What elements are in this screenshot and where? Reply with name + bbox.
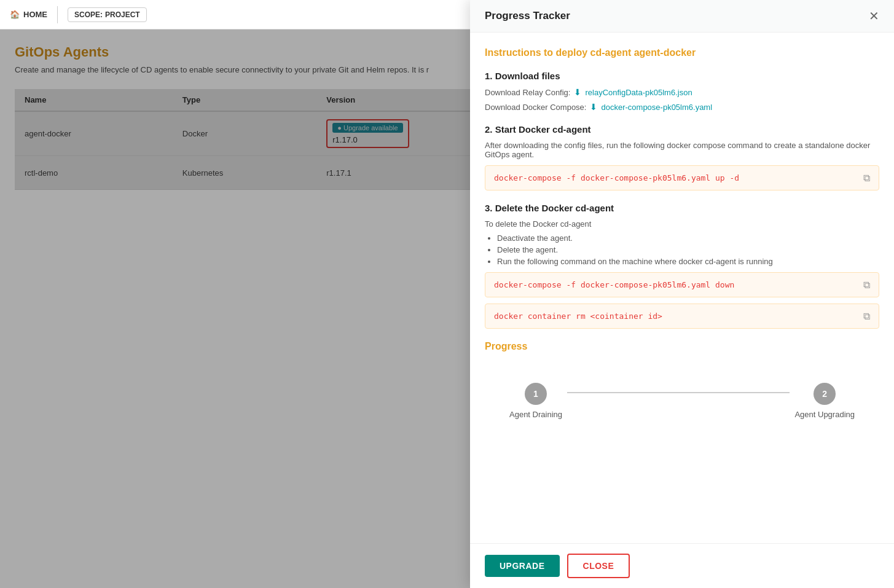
bullet-item: Run the following command on the machine… (497, 257, 879, 266)
step-3-command1-text: docker-compose -f docker-compose-pk05lm6… (494, 280, 734, 289)
step-2-desc: After downloading the config files, run … (485, 141, 879, 159)
bullet-item: Delete the agent. (497, 245, 879, 254)
progress-line (567, 392, 790, 393)
progress-section: Progress 1 Agent Draining 2 Agent Upgrad… (485, 341, 879, 431)
bullet-item: Deactivate the agent. (497, 233, 879, 243)
step-2-command-text: docker-compose -f docker-compose-pk05lm6… (494, 173, 739, 182)
step-circle-1: 1 (525, 383, 547, 405)
step-label-1: Agent Draining (509, 410, 562, 419)
panel-footer: UPGRADE CLOSE (470, 543, 894, 588)
panel-close-button[interactable]: ✕ (869, 10, 879, 22)
download-compose-link[interactable]: docker-compose-pk05lm6.yaml (601, 103, 712, 112)
home-icon: 🏠 (10, 10, 20, 19)
delete-desc: To delete the Docker cd-agent (485, 219, 879, 229)
panel-header: Progress Tracker ✕ (470, 0, 894, 33)
panel-body: Instructions to deploy cd-agent agent-do… (470, 33, 894, 543)
header-divider (57, 6, 58, 23)
step-3-heading: 3. Delete the Docker cd-agent (485, 203, 879, 213)
scope-value: PROJECT (105, 10, 140, 19)
step-circle-2: 2 (814, 383, 836, 405)
home-label: HOME (23, 10, 47, 19)
home-link[interactable]: 🏠 HOME (10, 10, 47, 19)
instructions-title: Instructions to deploy cd-agent agent-do… (485, 47, 879, 58)
progress-title: Progress (485, 341, 879, 352)
progress-steps: 1 Agent Draining 2 Agent Upgrading (485, 370, 879, 431)
side-panel: Progress Tracker ✕ Instructions to deplo… (470, 0, 894, 588)
copy-icon-1[interactable]: ⧉ (863, 172, 870, 184)
step-2-heading: 2. Start Docker cd-agent (485, 124, 879, 135)
download-config-link[interactable]: relayConfigData-pk05lm6.json (585, 88, 692, 97)
copy-icon-3[interactable]: ⧉ (863, 310, 870, 322)
progress-step-1: 1 Agent Draining (509, 383, 562, 419)
upgrade-button[interactable]: UPGRADE (485, 555, 560, 577)
download-config-row: Download Relay Config: ⬇ relayConfigData… (485, 87, 879, 97)
scope-label: SCOPE: (74, 10, 103, 19)
panel-title: Progress Tracker (485, 10, 570, 22)
download-compose-icon: ⬇ (590, 102, 597, 112)
delete-bullet-list: Deactivate the agent. Delete the agent. … (485, 233, 879, 266)
copy-icon-2[interactable]: ⧉ (863, 279, 870, 291)
progress-step-2: 2 Agent Upgrading (794, 383, 855, 419)
download-config-label: Download Relay Config: (485, 88, 570, 97)
scope-badge: SCOPE: PROJECT (68, 7, 147, 22)
step-2: 2. Start Docker cd-agent After downloadi… (485, 124, 879, 190)
download-config-icon: ⬇ (574, 87, 581, 97)
step-3-command1: docker-compose -f docker-compose-pk05lm6… (485, 272, 879, 297)
download-compose-row: Download Docker Compose: ⬇ docker-compos… (485, 102, 879, 112)
step-1-heading: 1. Download files (485, 71, 879, 81)
step-1: 1. Download files Download Relay Config:… (485, 71, 879, 112)
step-3-command2: docker container rm <cointainer id> ⧉ (485, 304, 879, 329)
download-compose-label: Download Docker Compose: (485, 103, 586, 112)
step-2-command: docker-compose -f docker-compose-pk05lm6… (485, 165, 879, 190)
step-label-2: Agent Upgrading (794, 410, 855, 419)
step-3-command2-text: docker container rm <cointainer id> (494, 312, 662, 321)
close-footer-button[interactable]: CLOSE (567, 554, 630, 578)
step-3: 3. Delete the Docker cd-agent To delete … (485, 203, 879, 329)
